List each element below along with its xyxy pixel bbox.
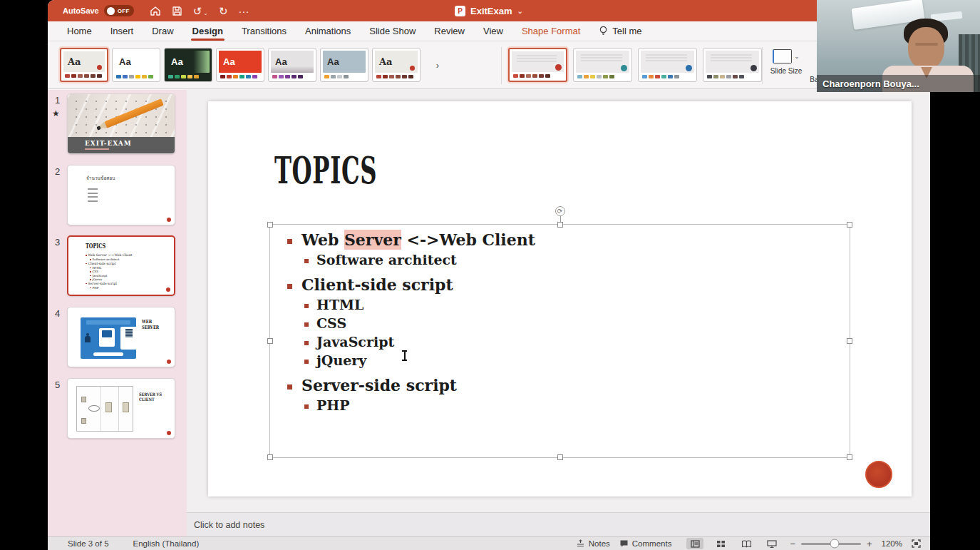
participant-name-band: Charoenporn Bouya... (817, 75, 980, 92)
ribbon-tab[interactable]: Draw (152, 21, 173, 41)
slide-thumbnail-3-selected[interactable]: TOPICS Web Server <->Web ClientSoftware … (67, 235, 175, 296)
slideshow-view-button[interactable] (763, 538, 780, 549)
zoom-in-button[interactable]: + (867, 539, 872, 549)
resize-handle-se[interactable] (847, 454, 852, 460)
theme-preview: Aa (63, 51, 105, 72)
bullet-square-icon (304, 404, 309, 409)
bullet-square-icon (287, 385, 292, 389)
rotation-handle[interactable]: ⟳ (555, 206, 565, 216)
slide-editor[interactable]: TOPICS ⟳ Web Serve (208, 101, 912, 496)
zoom-slider-thumb[interactable] (830, 539, 840, 549)
slide-thumbnail-5[interactable]: SERVER VS CLIENT (67, 378, 175, 439)
bullet-item[interactable]: Software architect (304, 250, 850, 269)
ribbon-tab[interactable]: Insert (110, 21, 134, 41)
bullet-item[interactable]: JavaScript (304, 332, 850, 351)
bullet-item[interactable]: PHP (304, 396, 850, 414)
content-textbox[interactable]: ⟳ Web Server <->Web ClientSoftware archi… (269, 224, 850, 458)
bullet-item[interactable]: HTML (304, 295, 850, 314)
redo-icon: ↻ (219, 6, 228, 16)
title-chevron-icon[interactable]: ⌄ (517, 7, 523, 15)
red-stamp-graphic (865, 461, 892, 488)
variant-swatches (574, 73, 631, 81)
undo-button[interactable]: ↺ ⌄ (193, 6, 208, 16)
variant-thumbnail[interactable] (573, 48, 632, 82)
variant-preview (641, 51, 694, 73)
slide-thumbnail-4[interactable]: WEB SERVER (67, 307, 175, 367)
notes-toggle-button[interactable]: Notes (576, 539, 610, 548)
fit-slide-icon[interactable] (912, 539, 921, 548)
themes-scroll-arrow[interactable]: › (433, 48, 443, 82)
powerpoint-window: AutoSave OFF ↺ ⌄ ↻ (48, 0, 930, 550)
comments-button[interactable]: Comments (619, 539, 672, 548)
variant-thumbnail[interactable] (508, 48, 567, 82)
resize-handle-sw[interactable] (267, 454, 273, 460)
resize-handle-nw[interactable] (267, 222, 273, 228)
slide-sorter-view-button[interactable] (712, 538, 729, 549)
toggle-knob-icon (107, 7, 115, 15)
theme-thumbnail[interactable]: Aa (60, 48, 108, 82)
editing-canvas: TOPICS ⟳ Web Serve (187, 90, 930, 536)
slide-thumbnail-panel: 1 ★ EXIT-EXAM 2 จำนวนข้อสอบ (48, 90, 187, 536)
theme-thumbnail[interactable]: Aa (112, 48, 160, 82)
bullet-square-icon (304, 322, 309, 327)
mini-bullet: PHP (90, 286, 132, 290)
ribbon-tab[interactable]: View (483, 21, 503, 41)
bullet-item[interactable]: Server-side script (287, 375, 850, 396)
ribbon-tab[interactable]: Design (192, 21, 223, 41)
slide-thumbnail-2[interactable]: จำนวนข้อสอบ (67, 165, 175, 225)
theme-preview: Aa (323, 51, 366, 73)
autosave-toggle[interactable]: AutoSave OFF (63, 5, 134, 16)
normal-view-button[interactable] (686, 538, 703, 549)
theme-thumbnail[interactable]: Aa (320, 48, 368, 82)
slide-title[interactable]: TOPICS (274, 148, 377, 192)
slide-thumbnail-1[interactable]: EXIT-EXAM (67, 93, 175, 154)
document-title-area[interactable]: P ExitExam ⌄ (455, 6, 523, 16)
zoom-level[interactable]: 120% (882, 539, 902, 548)
theme-thumbnail[interactable]: Aa (372, 48, 421, 82)
bullet-item[interactable]: Client-side script (287, 274, 850, 295)
ribbon-tab[interactable]: Transitions (242, 21, 287, 41)
slide-number: 1 (55, 95, 60, 106)
variant-preview (706, 51, 759, 73)
reading-view-icon (741, 540, 752, 548)
save-icon[interactable] (172, 6, 182, 16)
theme-thumbnail[interactable]: Aa (216, 48, 264, 82)
variant-dot-icon (751, 65, 757, 71)
thumb3-title: TOPICS (86, 243, 105, 250)
variant-thumbnail[interactable] (703, 48, 762, 82)
notes-placeholder[interactable]: Click to add notes (194, 520, 264, 530)
status-bar: Slide 3 of 5 English (Thailand) Notes Co… (48, 536, 930, 550)
slide-number: 4 (55, 308, 60, 319)
ribbon-tab[interactable]: Review (434, 21, 465, 41)
slideshow-icon (767, 540, 777, 548)
ribbon-tab[interactable]: Shape Format (522, 21, 580, 41)
ribbon-tab[interactable]: Slide Show (369, 21, 416, 41)
more-commands-button[interactable]: ··· (239, 6, 249, 16)
resize-handle-ne[interactable] (847, 222, 852, 228)
autosave-state: OFF (118, 8, 130, 14)
language-indicator[interactable]: English (Thailand) (133, 539, 200, 548)
home-icon[interactable] (150, 6, 161, 16)
theme-thumbnail[interactable]: Aa (164, 48, 212, 82)
reading-view-button[interactable] (738, 538, 755, 549)
slide-size-button[interactable]: ⌄ Slide Size (769, 48, 803, 83)
theme-swatches (373, 73, 420, 81)
theme-thumbnail[interactable]: Aa (268, 48, 316, 82)
zoom-out-button[interactable]: − (790, 539, 795, 549)
ribbon-tab[interactable]: Home (67, 21, 92, 41)
bullet-item[interactable]: CSS (304, 314, 850, 332)
tab-tell-me[interactable]: Tell me (599, 21, 641, 41)
autosave-switch[interactable]: OFF (104, 5, 134, 16)
redo-button[interactable]: ↻ (219, 6, 228, 16)
ribbon-tab[interactable]: Animations (305, 21, 351, 41)
resize-handle-s[interactable] (557, 454, 563, 460)
bullet-item[interactable]: Web Server <->Web Client (287, 229, 850, 250)
variant-thumbnail[interactable] (638, 48, 697, 82)
zoom-slider[interactable] (801, 543, 861, 545)
bullet-item[interactable]: jQuery (304, 351, 850, 370)
titlebar: AutoSave OFF ↺ ⌄ ↻ (48, 0, 930, 21)
resize-handle-n[interactable] (557, 222, 563, 228)
undo-dropdown-icon[interactable]: ⌄ (203, 11, 208, 16)
theme-preview: Aa (375, 51, 418, 73)
notes-pane[interactable]: Click to add notes (187, 512, 930, 536)
